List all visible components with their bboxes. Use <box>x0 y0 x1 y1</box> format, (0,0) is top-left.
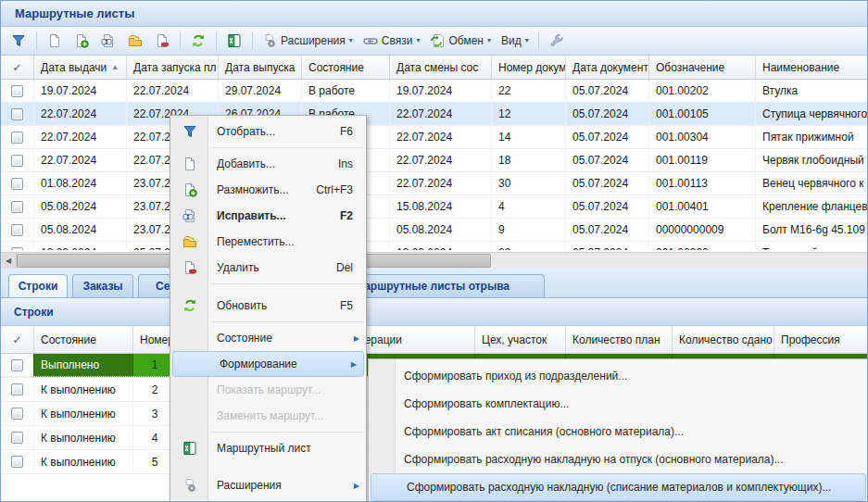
column-header-label: Количество сдано <box>679 333 773 346</box>
menu-item[interactable]: УдалитьDel <box>170 255 366 281</box>
menu-item-shortcut: F6 <box>340 125 353 138</box>
tab-2[interactable]: Заказы <box>72 274 133 297</box>
row-checkbox[interactable] <box>11 408 23 420</box>
menu-item[interactable]: Состояние▶ <box>170 325 366 351</box>
table-cell: 05.07.2024 <box>566 195 649 218</box>
toolbar-button[interactable] <box>69 30 94 52</box>
column-header[interactable]: Дата смены сос <box>390 56 492 79</box>
column-header[interactable]: Состояние <box>34 326 133 353</box>
menu-item[interactable]: Добавить...Ins <box>170 151 366 177</box>
menu-item[interactable]: Размножить...Ctrl+F3 <box>170 177 366 203</box>
column-header[interactable]: Профессия <box>774 326 867 353</box>
column-header[interactable]: Номер докум <box>492 56 566 79</box>
checkmark-icon: ✓ <box>12 61 21 74</box>
toolbar-button[interactable] <box>96 30 120 52</box>
toolbar-button[interactable] <box>222 30 246 52</box>
column-header[interactable]: Обозначение <box>649 56 756 79</box>
submenu-item[interactable]: Сформировать расходную накладную (списан… <box>371 473 866 501</box>
column-header[interactable]: ✓ <box>1 326 34 353</box>
menu-item: Заменить маршрут... <box>170 403 366 429</box>
row-checkbox[interactable] <box>11 456 23 468</box>
table-row[interactable]: 05.08.202423.07.202405.08.2024905.07.202… <box>1 219 867 242</box>
move-folder-icon <box>128 33 143 48</box>
column-header[interactable]: Состояние <box>302 56 390 79</box>
toolbar-button[interactable] <box>123 30 147 52</box>
table-cell: Тормозной <box>756 242 867 250</box>
table-row[interactable]: 22.07.202422.07.202426.07.2024В работе22… <box>1 103 867 126</box>
column-header[interactable]: Дата выпуска <box>219 56 302 79</box>
menu-item[interactable]: ОбновитьF5 <box>170 293 366 319</box>
table-row[interactable]: 22.07.202422.07.202422.07.20241805.07.20… <box>1 149 867 172</box>
horizontal-scrollbar[interactable]: ◀ <box>1 252 867 269</box>
row-checkbox[interactable] <box>11 432 23 444</box>
route-sheets-window: Маршрутные листы Расширения▾Связи▾Обмен▾… <box>0 0 868 502</box>
submenu-item[interactable]: Сформировать акт списания (основного мат… <box>369 418 868 446</box>
column-header[interactable]: ✓ <box>1 56 34 79</box>
column-header[interactable]: Дата документа <box>566 56 649 79</box>
menu-item-label: Расширения <box>217 479 366 492</box>
column-header[interactable]: Цех, участок <box>475 326 566 353</box>
toolbar-dropdown[interactable]: Обмен▾ <box>426 30 495 52</box>
toolbar-separator <box>36 31 37 50</box>
menu-item-label: Заменить маршрут... <box>217 409 366 422</box>
row-checkbox[interactable] <box>11 132 23 144</box>
row-checkbox[interactable] <box>11 201 23 213</box>
toolbar-button[interactable] <box>6 30 31 52</box>
column-header[interactable]: Количество план <box>566 326 673 353</box>
menu-item-label: Сформировать акт списания (основного мат… <box>404 425 868 438</box>
table-cell: 22.07.2024 <box>390 172 492 195</box>
table-row[interactable]: 13.08.202425.07.202413.08.20242005.07.20… <box>1 242 867 250</box>
row-checkbox[interactable] <box>11 85 23 97</box>
chevron-down-icon: ▾ <box>416 37 420 44</box>
toolbar-dropdown[interactable]: Расширения▾ <box>258 30 357 52</box>
submenu-item[interactable]: Сформировать приход из подразделений... <box>369 362 868 390</box>
table-cell: 22.07.2024 <box>34 126 127 148</box>
checkbox-cell <box>1 426 34 449</box>
submenu-item[interactable]: Сформировать комплектацию... <box>369 390 868 418</box>
menu-item-label: Сформировать приход из подразделений... <box>404 370 868 383</box>
column-header[interactable]: Дата выдачи▲ <box>34 56 127 79</box>
menu-item[interactable]: Маршрутный лист <box>170 435 366 461</box>
row-checkbox[interactable] <box>11 108 23 120</box>
refresh-icon <box>178 298 202 313</box>
menu-item[interactable]: Переместить... <box>170 229 366 255</box>
submenu-arrow-icon: ▶ <box>351 360 357 369</box>
row-checkbox[interactable] <box>11 155 23 167</box>
table-cell: К выполнению <box>34 450 133 473</box>
column-header[interactable]: Дата запуска пл <box>127 56 219 79</box>
menu-item[interactable]: Формирование▶ <box>172 351 364 377</box>
menu-item[interactable]: Отобрать...F6 <box>170 119 366 144</box>
table-cell: Венец червячного к <box>756 172 867 195</box>
menu-item[interactable]: Исправить...F2 <box>170 203 366 229</box>
menu-item-shortcut: Ins <box>338 157 353 170</box>
scroll-left-icon[interactable]: ◀ <box>1 253 17 269</box>
column-header[interactable]: Наименование <box>756 56 867 79</box>
table-cell: 001.00300 <box>649 242 756 250</box>
row-checkbox[interactable] <box>11 247 23 251</box>
row-checkbox[interactable] <box>11 383 23 395</box>
row-checkbox[interactable] <box>11 224 23 236</box>
section-title: Строки <box>14 306 54 319</box>
column-header[interactable]: Количество сдано <box>673 326 774 353</box>
toolbar-button[interactable] <box>186 30 210 52</box>
table-row[interactable]: 19.07.202422.07.202429.07.2024В работе19… <box>1 80 867 103</box>
toolbar-dropdown[interactable]: Вид▾ <box>497 30 533 52</box>
extensions-gear-icon <box>262 33 277 48</box>
menu-item[interactable]: Расширения▶ <box>170 472 366 498</box>
toolbar-dropdown[interactable]: Связи▾ <box>359 30 424 52</box>
table-cell: 05.07.2024 <box>566 149 649 171</box>
table-row[interactable]: 22.07.202422.07.202422.07.20241405.07.20… <box>1 126 867 149</box>
toolbar-button[interactable] <box>43 30 67 52</box>
table-row[interactable]: 05.08.202423.07.202415.08.2024405.07.202… <box>1 195 867 219</box>
row-checkbox[interactable] <box>11 178 23 190</box>
toolbar-button[interactable] <box>545 30 569 52</box>
submenu-item[interactable]: Сформировать расходную накладную на отпу… <box>369 446 868 473</box>
column-header-label: Дата документа <box>572 61 649 74</box>
table-cell: 05.07.2024 <box>566 126 649 148</box>
tab-1[interactable]: Строки <box>8 274 68 297</box>
row-checkbox[interactable] <box>11 359 23 371</box>
table-cell: 19.07.2024 <box>34 80 127 102</box>
checkbox-cell <box>1 149 34 171</box>
table-row[interactable]: 01.08.202423.07.202422.07.20243005.07.20… <box>1 172 867 195</box>
toolbar-button[interactable] <box>150 30 174 52</box>
